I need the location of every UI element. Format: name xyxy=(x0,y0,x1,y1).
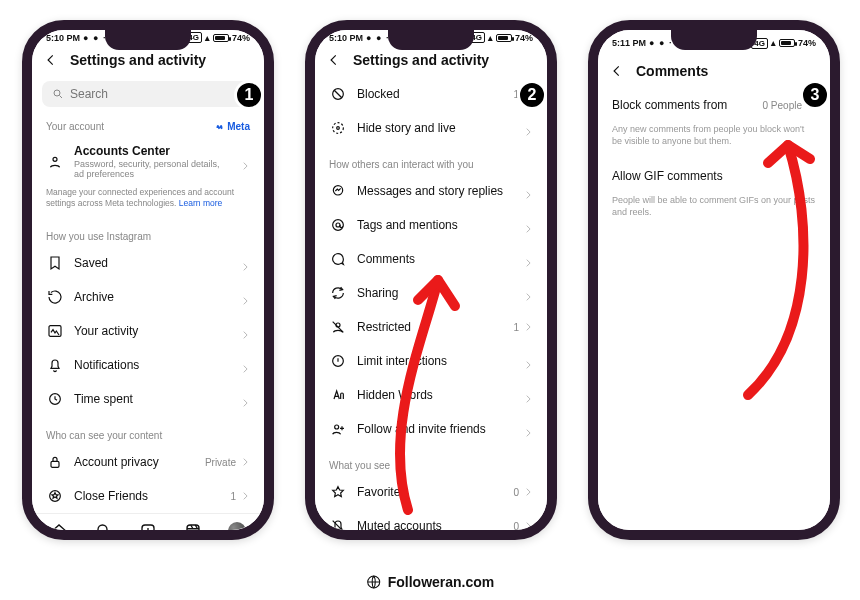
time-spent-item[interactable]: Time spent xyxy=(32,382,264,416)
notch xyxy=(105,30,191,50)
search-icon[interactable] xyxy=(95,522,113,540)
screen-1: 5:10 PM ● ● ··· VPN 4G ▴ 74% Settings an… xyxy=(32,30,264,530)
bottom-nav xyxy=(32,513,264,540)
step-badge-3: 3 xyxy=(800,80,830,110)
your-activity-item[interactable]: Your activity xyxy=(32,314,264,348)
who-can-see-label: Who can see your content xyxy=(32,424,264,445)
saved-label: Saved xyxy=(74,256,230,270)
bell-icon xyxy=(46,356,64,374)
svg-rect-7 xyxy=(142,525,154,537)
screen-2: 5:10 PM ● ● ··· VPN 4G ▴ 74% Settings an… xyxy=(315,30,547,530)
chevron-right-icon xyxy=(240,157,250,167)
signal-icon: ▴ xyxy=(205,33,210,43)
sharing-item[interactable]: Sharing xyxy=(315,276,547,310)
accounts-center-item[interactable]: Accounts Center Password, security, pers… xyxy=(32,136,264,187)
follow-invite-item[interactable]: Follow and invite friends xyxy=(315,412,547,446)
svg-point-10 xyxy=(333,123,344,134)
reels-icon[interactable] xyxy=(184,522,202,540)
notch xyxy=(388,30,474,50)
blocked-item[interactable]: Blocked 1 xyxy=(315,77,547,111)
page-title: Settings and activity xyxy=(353,52,489,68)
home-icon[interactable] xyxy=(50,522,68,540)
step-badge-2: 2 xyxy=(517,80,547,110)
tags-item[interactable]: Tags and mentions xyxy=(315,208,547,242)
interact-section-label: How others can interact with you xyxy=(315,153,547,174)
text-icon xyxy=(329,386,347,404)
globe-icon xyxy=(366,574,382,590)
warning-icon xyxy=(329,352,347,370)
notifications-label: Notifications xyxy=(74,358,230,372)
svg-point-1 xyxy=(53,157,57,161)
meta-label: Meta xyxy=(227,121,250,132)
time-spent-label: Time spent xyxy=(74,392,230,406)
follow-invite-label: Follow and invite friends xyxy=(357,422,513,436)
sharing-label: Sharing xyxy=(357,286,513,300)
messages-item[interactable]: Messages and story replies xyxy=(315,174,547,208)
limit-item[interactable]: Limit interactions xyxy=(315,344,547,378)
account-privacy-value: Private xyxy=(205,457,250,468)
muted-item[interactable]: Muted accounts 0 xyxy=(315,509,547,540)
account-privacy-item[interactable]: Account privacy Private xyxy=(32,445,264,479)
svg-point-6 xyxy=(98,525,107,534)
close-friends-item[interactable]: Close Friends 1 xyxy=(32,479,264,513)
page-header: Comments xyxy=(598,54,830,88)
phone-frame-3: 3 5:11 PM ● ● ··· VPN 4G ▴ 74% xyxy=(588,20,840,540)
block-comments-row[interactable]: Block comments from 0 People xyxy=(598,88,830,122)
profile-avatar-icon[interactable] xyxy=(228,522,246,540)
svg-point-13 xyxy=(333,220,344,231)
battery-percent: 74% xyxy=(232,33,250,43)
brand-watermark: Followeran.com xyxy=(366,574,495,590)
favorites-value: 0 xyxy=(513,487,533,498)
chevron-right-icon xyxy=(523,123,533,133)
account-privacy-label: Account privacy xyxy=(74,455,195,469)
hide-story-label: Hide story and live xyxy=(357,121,513,135)
hide-story-item[interactable]: Hide story and live xyxy=(315,111,547,145)
back-icon[interactable] xyxy=(325,51,343,69)
allow-gif-note: People will be able to comment GIFs on y… xyxy=(598,193,830,230)
bookmark-icon xyxy=(46,254,64,272)
add-icon[interactable] xyxy=(139,522,157,540)
block-comments-note: Any new comments from people you block w… xyxy=(598,122,830,159)
notifications-item[interactable]: Notifications xyxy=(32,348,264,382)
svg-point-17 xyxy=(335,425,339,429)
activity-label: Your activity xyxy=(74,324,230,338)
share-icon xyxy=(329,284,347,302)
back-icon[interactable] xyxy=(42,51,60,69)
archive-item[interactable]: Archive xyxy=(32,280,264,314)
favorites-item[interactable]: Favorites 0 xyxy=(315,475,547,509)
block-comments-label: Block comments from xyxy=(612,98,727,112)
how-you-use-label: How you use Instagram xyxy=(32,225,264,246)
back-icon[interactable] xyxy=(608,62,626,80)
screen-3: 5:11 PM ● ● ··· VPN 4G ▴ 74% Comments Bl… xyxy=(598,30,830,530)
hidden-words-item[interactable]: Hidden Words xyxy=(315,378,547,412)
learn-more-link[interactable]: Learn more xyxy=(179,198,222,208)
chevron-right-icon xyxy=(240,326,250,336)
restricted-icon xyxy=(329,318,347,336)
chevron-right-icon xyxy=(523,356,533,366)
muted-value: 0 xyxy=(513,521,533,532)
battery-percent: 74% xyxy=(798,38,816,48)
chevron-right-icon xyxy=(523,220,533,230)
comments-label: Comments xyxy=(357,252,513,266)
comments-item[interactable]: Comments xyxy=(315,242,547,276)
status-time: 5:10 PM xyxy=(329,33,363,43)
chevron-right-icon xyxy=(523,424,533,434)
chevron-right-icon xyxy=(240,292,250,302)
brand-label: Followeran.com xyxy=(388,574,495,590)
search-input[interactable]: Search xyxy=(42,81,254,107)
signal-icon: ▴ xyxy=(488,33,493,43)
svg-rect-8 xyxy=(187,525,199,537)
allow-gif-row[interactable]: Allow GIF comments xyxy=(598,159,830,193)
saved-item[interactable]: Saved xyxy=(32,246,264,280)
battery-icon xyxy=(213,34,229,42)
meta-badge: Meta xyxy=(215,121,250,132)
mute-icon xyxy=(329,517,347,535)
archive-icon xyxy=(46,288,64,306)
chevron-right-icon xyxy=(240,360,250,370)
restricted-item[interactable]: Restricted 1 xyxy=(315,310,547,344)
accounts-center-title: Accounts Center xyxy=(74,144,230,158)
restricted-value: 1 xyxy=(513,322,533,333)
hidden-words-label: Hidden Words xyxy=(357,388,513,402)
blocked-label: Blocked xyxy=(357,87,503,101)
user-circle-icon xyxy=(46,153,64,171)
